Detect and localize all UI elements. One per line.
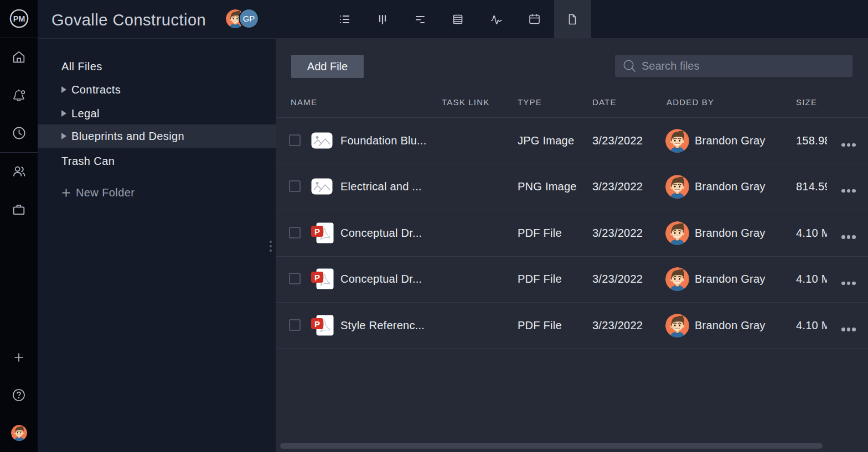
svg-text:P: P (314, 226, 320, 236)
svg-text:P: P (314, 319, 320, 328)
svg-text:P: P (314, 273, 320, 282)
svg-text:PM: PM (13, 14, 25, 23)
